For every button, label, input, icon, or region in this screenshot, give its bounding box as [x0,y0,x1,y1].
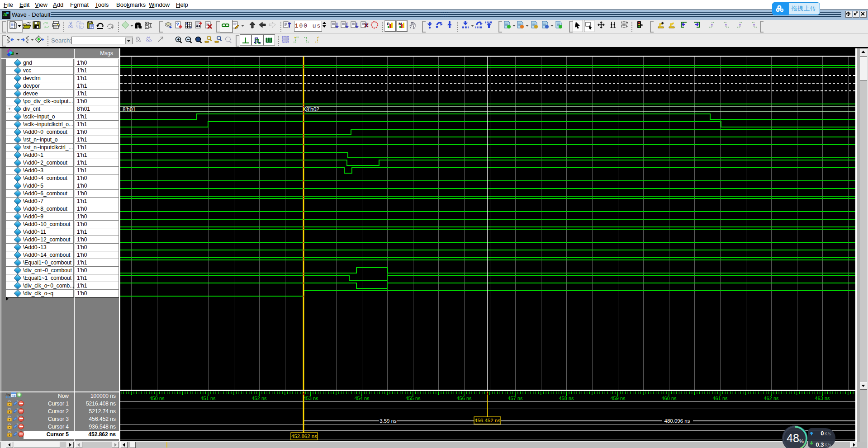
svg-text:455 ns: 455 ns [405,396,421,401]
svg-text:456 ns: 456 ns [456,396,472,401]
svg-text:459 ns: 459 ns [610,396,626,401]
svg-text:451 ns: 451 ns [200,396,216,401]
svg-text:8'h01: 8'h01 [123,106,136,113]
svg-text:457 ns: 457 ns [508,396,523,401]
svg-text:%: % [799,439,804,444]
svg-text:P: P [387,22,389,26]
svg-text:v: v [8,392,10,397]
svg-text:3.59 ns: 3.59 ns [379,418,397,424]
svg-text:462 ns: 462 ns [764,396,779,401]
svg-text:8'h02: 8'h02 [306,106,319,113]
svg-text:K/s: K/s [825,443,831,448]
svg-text:48: 48 [787,432,799,444]
svg-text:0.3: 0.3 [816,441,824,448]
svg-text:K/s: K/s [825,431,831,436]
svg-text:0: 0 [821,430,824,437]
svg-text:452.862 ns: 452.862 ns [291,434,317,439]
svg-text:456.452 ns: 456.452 ns [474,418,500,423]
svg-text:453 ns: 453 ns [303,396,318,401]
svg-text:452 ns: 452 ns [251,396,267,401]
svg-text:?: ? [176,22,179,27]
svg-text:461 ns: 461 ns [712,396,728,401]
svg-text:460 ns: 460 ns [661,396,677,401]
svg-text:458 ns: 458 ns [559,396,574,401]
svg-text:480.096 ns: 480.096 ns [664,418,690,424]
svg-text:454 ns: 454 ns [354,396,370,401]
svg-text:450 ns: 450 ns [149,396,165,401]
svg-text:463 ns: 463 ns [815,396,830,401]
